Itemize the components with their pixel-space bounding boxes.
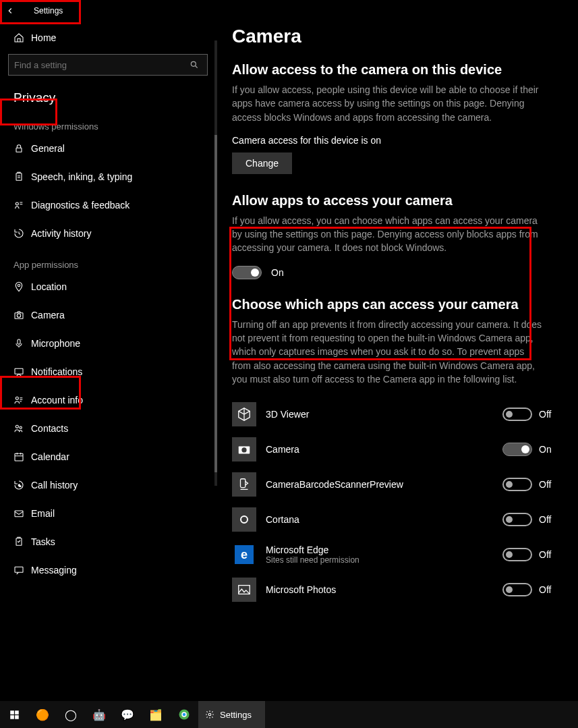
sidebar-item-diagnostics-feedback[interactable]: Diagnostics & feedback bbox=[0, 191, 216, 219]
messaging-icon bbox=[13, 565, 31, 576]
sidebar-item-label: Location bbox=[31, 281, 67, 292]
app-toggle[interactable] bbox=[502, 548, 532, 561]
lock-icon bbox=[13, 143, 31, 154]
sidebar-item-label: Activity history bbox=[31, 228, 91, 239]
category-privacy[interactable]: Privacy bbox=[0, 82, 216, 109]
svg-rect-22 bbox=[10, 715, 14, 719]
sidebar-item-microphone[interactable]: Microphone bbox=[0, 329, 216, 358]
sidebar-item-contacts[interactable]: Contacts bbox=[0, 414, 216, 443]
svg-rect-15 bbox=[15, 567, 23, 572]
email-icon bbox=[13, 508, 31, 519]
sidebar-item-messaging[interactable]: Messaging bbox=[0, 556, 216, 584]
sidebar-scrollbar[interactable] bbox=[214, 40, 217, 486]
sidebar-item-label: Speech, inking, & typing bbox=[31, 171, 132, 182]
taskbar-settings-app[interactable]: Settings bbox=[198, 701, 265, 728]
search-input[interactable] bbox=[8, 54, 208, 76]
section1-desc: If you allow access, people using this d… bbox=[232, 83, 542, 124]
svg-rect-13 bbox=[15, 511, 23, 517]
app-toggle[interactable] bbox=[502, 408, 532, 421]
sidebar-item-account-info[interactable]: Account info bbox=[0, 386, 216, 414]
app-name: Camera bbox=[266, 444, 502, 455]
app-toggle[interactable] bbox=[502, 583, 532, 596]
sidebar-item-general[interactable]: General bbox=[0, 134, 216, 163]
home-label: Home bbox=[31, 32, 56, 43]
svg-rect-20 bbox=[10, 710, 14, 715]
sidebar-item-label: Tasks bbox=[31, 536, 55, 547]
allow-apps-toggle-state: On bbox=[271, 267, 284, 278]
change-button[interactable]: Change bbox=[232, 152, 292, 174]
sidebar-item-label: Diagnostics & feedback bbox=[31, 200, 129, 211]
contacts-icon bbox=[13, 423, 31, 434]
svg-point-3 bbox=[16, 202, 18, 205]
page-title: Camera bbox=[232, 26, 558, 47]
svg-rect-12 bbox=[15, 453, 23, 461]
taskbar: 🟠 ◯ 🤖 💬 🗂️ Settings bbox=[0, 701, 578, 728]
svg-rect-7 bbox=[18, 339, 20, 344]
taskbar-icon[interactable]: ◯ bbox=[57, 701, 85, 728]
svg-point-17 bbox=[241, 448, 246, 453]
sidebar-item-speech-inking-typing[interactable]: Speech, inking, & typing bbox=[0, 163, 216, 191]
app-toggle-state: Off bbox=[539, 479, 558, 490]
sidebar-item-label: Microphone bbox=[31, 338, 80, 349]
sidebar-item-notifications[interactable]: Notifications bbox=[0, 358, 216, 386]
cortana-icon bbox=[232, 507, 256, 532]
app-toggle[interactable] bbox=[502, 443, 532, 456]
sidebar-item-email[interactable]: Email bbox=[0, 499, 216, 528]
svg-rect-21 bbox=[15, 710, 19, 715]
calendar-icon bbox=[13, 451, 31, 462]
scanner-icon bbox=[232, 472, 256, 497]
app-toggle-state: Off bbox=[539, 584, 558, 595]
account-icon bbox=[13, 395, 31, 405]
svg-rect-8 bbox=[15, 368, 23, 374]
app-row: CameraBarcodeScannerPreview Off bbox=[232, 467, 558, 502]
app-row: Camera On bbox=[232, 432, 558, 467]
start-icon[interactable] bbox=[0, 701, 28, 728]
location-icon bbox=[13, 281, 31, 292]
sidebar-item-call-history[interactable]: Call history bbox=[0, 471, 216, 499]
section3-title: Choose which apps can access your camera bbox=[232, 297, 558, 312]
notification-icon bbox=[13, 366, 31, 377]
section-app-permissions: App permissions bbox=[0, 248, 216, 273]
camera-app-icon bbox=[232, 437, 256, 461]
app-note: Sites still need permission bbox=[266, 555, 502, 565]
section-windows-permissions: Windows permissions bbox=[0, 109, 216, 134]
svg-point-26 bbox=[183, 713, 186, 717]
explorer-icon[interactable]: 🗂️ bbox=[142, 701, 170, 728]
window-titlebar: Settings bbox=[0, 0, 216, 22]
settings-sidebar: Settings Home Privacy Windows permission… bbox=[0, 0, 216, 701]
sidebar-item-camera[interactable]: Camera bbox=[0, 301, 216, 329]
sidebar-item-location[interactable]: Location bbox=[0, 273, 216, 301]
taskbar-icon[interactable]: 🤖 bbox=[85, 701, 113, 728]
app-toggle[interactable] bbox=[502, 513, 532, 526]
app-name: Microsoft Photos bbox=[266, 584, 502, 595]
sidebar-item-home[interactable]: Home bbox=[0, 22, 216, 54]
history-icon bbox=[13, 228, 31, 239]
app-toggle[interactable] bbox=[502, 478, 532, 491]
app-row: Cortana Off bbox=[232, 502, 558, 537]
main-panel: Camera Allow access to the camera on thi… bbox=[216, 0, 578, 701]
chrome-icon[interactable] bbox=[170, 701, 198, 728]
svg-point-6 bbox=[17, 314, 20, 317]
back-arrow-icon[interactable] bbox=[5, 6, 22, 16]
allow-apps-toggle[interactable] bbox=[232, 266, 262, 279]
clipboard-icon bbox=[13, 171, 31, 182]
section2-title: Allow apps to access your camera bbox=[232, 193, 558, 208]
scroll-thumb[interactable] bbox=[214, 135, 217, 472]
sidebar-item-activity-history[interactable]: Activity history bbox=[0, 219, 216, 248]
sidebar-item-calendar[interactable]: Calendar bbox=[0, 443, 216, 471]
sidebar-item-label: General bbox=[31, 143, 65, 154]
svg-point-4 bbox=[18, 284, 20, 286]
cube-icon bbox=[232, 402, 256, 426]
sidebar-item-label: Contacts bbox=[31, 423, 68, 434]
sidebar-item-tasks[interactable]: Tasks bbox=[0, 528, 216, 556]
sidebar-item-label: Call history bbox=[31, 480, 78, 491]
sidebar-item-label: Email bbox=[31, 508, 55, 519]
search-field[interactable] bbox=[14, 60, 190, 70]
svg-point-27 bbox=[208, 713, 211, 716]
taskbar-icon[interactable]: 💬 bbox=[113, 701, 142, 728]
gear-icon bbox=[205, 710, 214, 719]
taskbar-icon[interactable]: 🟠 bbox=[28, 701, 57, 728]
svg-point-0 bbox=[191, 61, 196, 66]
sidebar-item-label: Calendar bbox=[31, 451, 69, 462]
window-title: Settings bbox=[34, 6, 63, 16]
